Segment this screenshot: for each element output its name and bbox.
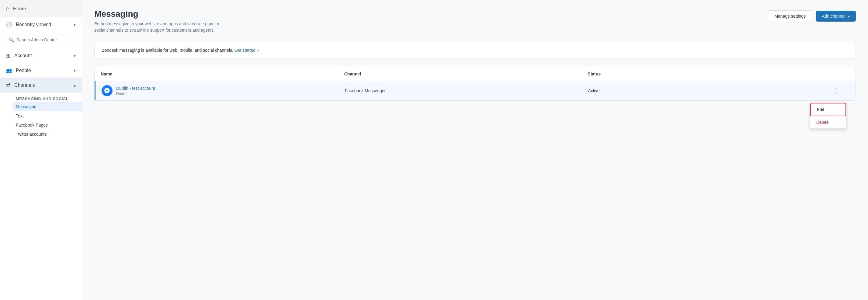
row-actions: ⋮ Edit Delete [831,86,849,95]
col-header-actions [831,71,849,77]
info-banner: Zendesk messaging is available for web, … [94,42,856,58]
subnav-item-twitter-accounts[interactable]: Twitter accounts [16,130,82,139]
account-label: Account [14,53,32,58]
sidebar-item-people[interactable]: People [0,63,82,78]
people-icon [6,67,12,73]
sidebar-item-channels[interactable]: Channels [0,78,82,93]
channels-chevron-icon [73,83,76,88]
sidebar-section-left-people: People [6,67,31,73]
channel-name-link[interactable]: Dublin - test account [116,86,155,91]
sidebar: Home Recently viewed Account People [0,0,82,300]
table-row: Dublin - test account Dublin Facebook Me… [95,81,856,100]
channels-subnav: Messaging and social Messaging Text Face… [0,93,82,140]
add-channel-chevron-icon [848,14,850,19]
sidebar-section-left-channels: Channels [6,82,35,89]
account-chevron-icon [73,53,76,58]
col-header-name: Name [101,71,344,77]
home-icon [6,5,9,12]
channel-sub-label: Dublin [116,92,155,96]
page-header: Messaging Embed messaging in your websit… [94,9,856,33]
search-input-wrapper[interactable] [5,35,77,45]
search-input[interactable] [17,37,73,42]
more-options-button[interactable]: ⋮ [831,86,842,95]
info-banner-text: Zendesk messaging is available for web, … [102,48,233,53]
delete-button[interactable]: Delete [810,116,846,128]
channel-table: Name Channel Status Dublin - test accoun… [94,67,856,101]
subnav-item-facebook-pages[interactable]: Facebook Pages [16,120,82,130]
external-link-icon [255,48,259,53]
people-label: People [16,68,31,73]
grid-icon [6,52,11,59]
channel-status: Active [588,88,831,93]
sidebar-section-left-account: Account [6,52,32,59]
page-title-section: Messaging Embed messaging in your websit… [94,9,222,33]
channels-label: Channels [14,83,35,88]
chevron-down-icon [73,22,76,27]
recently-viewed-label: Recently viewed [16,22,52,27]
sidebar-home-label: Home [13,6,26,11]
main-content: Messaging Embed messaging in your websit… [82,0,868,300]
channel-name-text: Dublin - test account Dublin [116,86,155,96]
clock-icon [6,22,12,27]
col-header-channel: Channel [344,71,588,77]
subnav-item-text[interactable]: Text [16,111,82,120]
edit-button[interactable]: Edit [810,103,846,116]
manage-settings-button[interactable]: Manage settings [768,10,812,22]
search-icon [9,37,14,42]
channel-name-cell: Dublin - test account Dublin [101,85,345,96]
sidebar-item-account[interactable]: Account [0,48,82,63]
sidebar-item-home[interactable]: Home [0,0,82,17]
channel-type: Facebook Messenger [345,88,588,93]
col-header-status: Status [588,71,831,77]
channels-icon [6,82,11,89]
people-chevron-icon [73,68,76,73]
header-actions: Manage settings Add channel [768,10,856,22]
get-started-link[interactable]: Get started [235,48,260,53]
sub-nav-section-label: Messaging and social [16,94,82,102]
search-container [0,32,82,48]
add-channel-button[interactable]: Add channel [816,11,856,22]
page-description: Embed messaging in your website and apps… [94,21,222,33]
sidebar-item-recently-viewed[interactable]: Recently viewed [0,17,82,32]
sidebar-section-left: Recently viewed [6,22,52,27]
subnav-item-messaging[interactable]: Messaging [13,102,82,111]
facebook-messenger-icon [101,85,113,96]
dropdown-menu: Edit Delete [810,102,846,129]
table-header: Name Channel Status [95,67,856,81]
page-title: Messaging [94,9,222,19]
